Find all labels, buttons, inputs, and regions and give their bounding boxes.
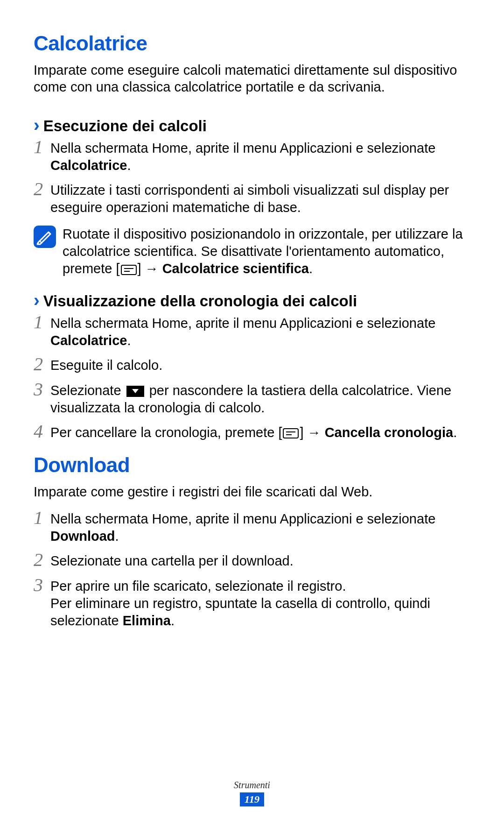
step-number: 2 <box>34 551 50 569</box>
step-2: 2 Eseguite il calcolo. <box>34 356 470 374</box>
step-number: 4 <box>34 422 50 441</box>
bold-text: Elimina <box>123 613 171 628</box>
steps-cronologia: 1 Nella schermata Home, aprite il menu A… <box>34 314 470 441</box>
step-number: 1 <box>34 138 50 156</box>
step-2: 2 Selezionate una cartella per il downlo… <box>34 551 470 570</box>
text: . <box>127 333 131 348</box>
note-text: Ruotate il dispositivo posizionandolo in… <box>63 226 470 277</box>
text: . <box>127 158 131 173</box>
step-1: 1 Nella schermata Home, aprite il menu A… <box>34 139 470 174</box>
note-row: Ruotate il dispositivo posizionandolo in… <box>34 226 470 277</box>
bold-text: Download <box>50 529 115 544</box>
subheading-esecuzione: › Esecuzione dei calcoli <box>34 116 470 135</box>
heading-calcolatrice: Calcolatrice <box>34 32 470 55</box>
text: Per aprire un file scaricato, selezionat… <box>50 579 346 594</box>
step-text: Per cancellare la cronologia, premete []… <box>50 423 470 441</box>
step-number: 1 <box>34 509 50 527</box>
step-text: Selezionate per nascondere la tastiera d… <box>50 381 470 417</box>
step-3: 3 Per aprire un file scaricato, selezion… <box>34 577 470 629</box>
dropdown-icon <box>126 386 144 397</box>
text: Nella schermata Home, aprite il menu App… <box>50 141 435 156</box>
steps-esecuzione: 1 Nella schermata Home, aprite il menu A… <box>34 139 470 216</box>
bold-text: Calcolatrice scientifica <box>162 261 309 276</box>
step-text: Eseguite il calcolo. <box>50 356 470 374</box>
text: ] → <box>300 425 324 440</box>
step-4: 4 Per cancellare la cronologia, premete … <box>34 423 470 441</box>
step-text: Utilizzate i tasti corrispondenti ai sim… <box>50 181 470 216</box>
step-1: 1 Nella schermata Home, aprite il menu A… <box>34 509 470 545</box>
text: . <box>309 261 313 276</box>
text: Nella schermata Home, aprite il menu App… <box>50 316 435 331</box>
text: . <box>171 613 175 628</box>
subheading-cronologia: › Visualizzazione della cronologia dei c… <box>34 291 470 310</box>
text: . <box>115 529 119 544</box>
intro-calcolatrice: Imparate come eseguire calcoli matematic… <box>34 62 470 96</box>
note-icon <box>34 226 56 248</box>
page-number-badge: 119 <box>240 792 264 806</box>
chevron-icon: › <box>34 291 40 309</box>
step-1: 1 Nella schermata Home, aprite il menu A… <box>34 314 470 349</box>
menu-icon <box>121 265 137 275</box>
chevron-icon: › <box>34 116 40 134</box>
intro-download: Imparate come gestire i registri dei fil… <box>34 483 470 500</box>
step-3: 3 Selezionate per nascondere la tastiera… <box>34 381 470 417</box>
subheading-text: Esecuzione dei calcoli <box>43 117 207 135</box>
step-2: 2 Utilizzate i tasti corrispondenti ai s… <box>34 181 470 216</box>
subheading-text: Visualizzazione della cronologia dei cal… <box>43 292 357 310</box>
page-footer: Strumenti 119 <box>0 780 504 806</box>
step-text: Nella schermata Home, aprite il menu App… <box>50 509 470 545</box>
menu-icon <box>283 428 299 438</box>
text: Per eliminare un registro, spuntate la c… <box>50 596 430 628</box>
footer-chapter: Strumenti <box>0 780 504 791</box>
heading-download: Download <box>34 453 470 477</box>
text: Nella schermata Home, aprite il menu App… <box>50 511 435 526</box>
step-text: Nella schermata Home, aprite il menu App… <box>50 139 470 174</box>
step-number: 2 <box>34 355 50 374</box>
step-text: Selezionate una cartella per il download… <box>50 551 470 570</box>
step-number: 2 <box>34 180 50 198</box>
text: Selezionate <box>50 383 125 398</box>
text: . <box>453 425 457 440</box>
bold-text: Cancella cronologia <box>325 425 454 440</box>
text: ] → <box>138 261 162 276</box>
step-number: 3 <box>34 380 50 399</box>
bold-text: Calcolatrice <box>50 333 127 348</box>
step-text: Per aprire un file scaricato, selezionat… <box>50 577 470 629</box>
step-number: 1 <box>34 313 50 332</box>
step-number: 3 <box>34 576 50 594</box>
steps-download: 1 Nella schermata Home, aprite il menu A… <box>34 509 470 629</box>
bold-text: Calcolatrice <box>50 158 127 173</box>
step-text: Nella schermata Home, aprite il menu App… <box>50 314 470 349</box>
text: Per cancellare la cronologia, premete [ <box>50 425 282 440</box>
